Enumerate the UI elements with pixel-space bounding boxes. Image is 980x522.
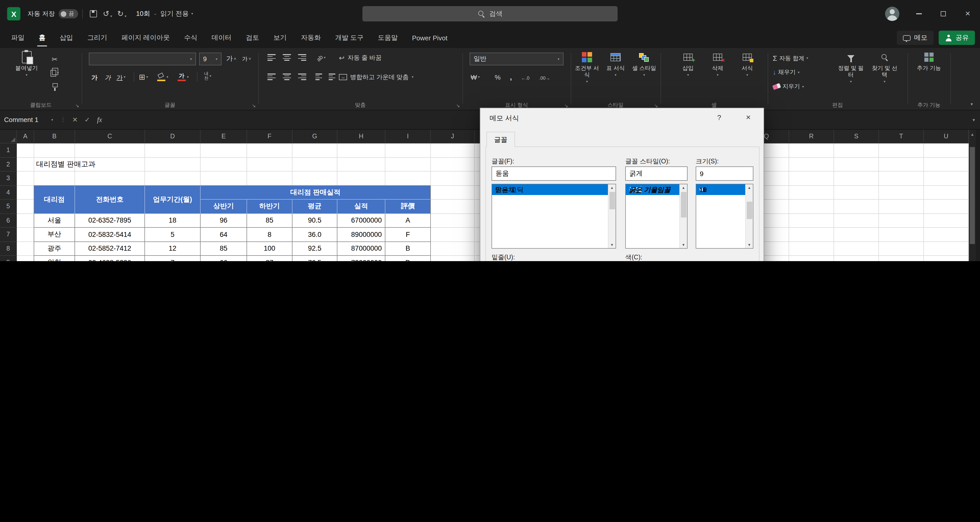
italic-button[interactable] [102,72,113,83]
table-subheader-3[interactable]: 실적 [337,200,385,214]
table-cell-r7-F[interactable]: 8 [247,228,293,242]
paste-button[interactable]: 붙여넣기 [12,51,41,77]
format-painter-button[interactable] [49,81,60,92]
scroll-down-icon[interactable]: ▼ [680,242,687,248]
minimize-button[interactable] [907,0,931,27]
name-box[interactable]: Comment 1 [0,110,57,129]
decrease-decimal-button[interactable] [539,72,550,83]
size-list-scrollbar[interactable]: ▲▼ [745,184,753,248]
delete-cells-button[interactable]: × 삭제 [704,51,731,77]
column-header-F[interactable]: F [247,130,293,143]
ribbon-tab-7[interactable]: 검토 [239,27,266,48]
scroll-up-icon[interactable]: ▲ [969,131,976,138]
autosave-toggle[interactable]: 끔 [59,9,78,18]
row-header-8[interactable]: 8 [0,242,17,256]
font-list[interactable]: 궁서궁서체나눔고딕돋움돋움체맑은 고딕 ▲▼ [492,184,616,248]
ribbon-tab-5[interactable]: 수식 [177,27,204,48]
underline-button[interactable] [115,72,127,83]
table-header-0[interactable]: 대리점 [34,186,75,214]
expand-formula-bar-icon[interactable] [973,117,975,122]
row-header-7[interactable]: 7 [0,228,17,242]
decrease-font-button[interactable]: 가˅ [241,53,252,64]
ribbon-tab-8[interactable]: 보기 [266,27,294,48]
number-format-combo[interactable]: 일반 [469,53,563,65]
font-scroll-thumb[interactable] [609,192,615,209]
font-dialog-launcher[interactable] [252,103,256,108]
column-header-S[interactable]: S [834,130,879,143]
comments-button[interactable]: 메모 [897,31,934,45]
row-header-9[interactable]: 9 [0,256,17,261]
table-cell-r6-D[interactable]: 18 [145,214,200,228]
insert-cells-button[interactable]: + 삽입 [675,51,701,77]
ribbon-tab-9[interactable]: 자동화 [294,27,328,48]
percent-button[interactable] [492,72,503,83]
scroll-down-icon[interactable]: ▼ [608,242,616,248]
table-cell-r7-B[interactable]: 부산 [34,228,75,242]
table-cell-r8-I[interactable]: B [385,242,431,256]
orientation-button[interactable] [315,52,327,63]
table-cell-r7-C[interactable]: 02-5832-5414 [75,228,145,242]
table-cell-r8-H[interactable]: 87000000 [337,242,385,256]
increase-indent-icon[interactable] [329,73,335,80]
table-cell-r8-B[interactable]: 광주 [34,242,75,256]
fill-button[interactable]: 채우기 [773,68,800,76]
tab-font[interactable]: 글꼴 [487,132,515,147]
column-header-R[interactable]: R [789,130,834,143]
table-cell-r8-C[interactable]: 02-5852-7412 [75,242,145,256]
style-list-scrollbar[interactable]: ▲▼ [679,184,687,248]
font-name-combo[interactable] [89,53,196,65]
align-middle-icon[interactable] [283,54,291,61]
insert-function-button[interactable]: fx [94,114,106,126]
close-button[interactable]: × [956,0,980,27]
redo-button[interactable] [117,9,126,18]
row-header-2[interactable]: 2 [0,158,17,172]
copy-button[interactable] [49,67,60,79]
table-cell-r9-H[interactable]: 72000000 [337,256,385,261]
user-avatar[interactable] [885,6,899,21]
table-cell-r9-C[interactable]: 02-4698-5236 [75,256,145,261]
font-color-button[interactable] [178,72,189,83]
table-cell-r6-F[interactable]: 85 [247,214,293,228]
table-cell-r8-F[interactable]: 100 [247,242,293,256]
comma-style-button[interactable] [505,72,517,83]
table-cell-r8-E[interactable]: 85 [200,242,247,256]
table-cell-r9-G[interactable]: 76.5 [293,256,337,261]
find-select-button[interactable]: 찾기 및 선택 [870,51,899,84]
document-title[interactable]: 10회 [136,9,150,18]
table-cell-r6-C[interactable]: 02-6352-7895 [75,214,145,228]
addins-button[interactable]: 추가 기능 [916,51,942,72]
style-scroll-thumb[interactable] [681,192,686,218]
font-size-combo[interactable]: 9 [199,53,221,65]
row-header-4[interactable]: 4 [0,186,17,200]
ribbon-tab-0[interactable]: 파일 [4,27,32,48]
select-all-corner[interactable] [0,130,17,143]
dialog-help-button[interactable]: ? [709,108,729,127]
font-option-5[interactable]: 맑은 고딕 [492,184,608,195]
alignment-dialog-launcher[interactable] [456,103,460,108]
table-cell-r7-H[interactable]: 89000000 [337,228,385,242]
conditional-formatting-button[interactable]: 조건부 서식 [574,51,600,84]
search-box[interactable]: 검색 [363,6,617,21]
column-header-H[interactable]: H [337,130,385,143]
table-cell-r9-F[interactable]: 87 [247,256,293,261]
cancel-entry-button[interactable] [69,114,81,126]
scroll-up-icon[interactable]: ▲ [746,184,753,191]
bold-button[interactable] [89,72,100,83]
ribbon-tab-1[interactable]: 홈 [32,27,52,48]
save-button[interactable] [90,10,97,18]
table-subheader-1[interactable]: 하반기 [247,200,293,214]
scroll-up-icon[interactable]: ▲ [680,184,687,191]
name-box-splitter[interactable]: ⋮ [60,116,66,123]
enter-entry-button[interactable] [81,114,94,126]
table-subheader-0[interactable]: 상반기 [200,200,247,214]
excel-app-icon[interactable]: X [7,7,21,21]
scroll-down-icon[interactable]: ▼ [746,242,753,248]
table-cell-r9-D[interactable]: 7 [145,256,200,261]
increase-font-button[interactable]: 가˄ [226,53,237,64]
column-header-B[interactable]: B [34,130,75,143]
share-button[interactable]: 공유 [939,31,975,45]
font-style-list[interactable]: 보통기울임꼴굵게굵은 기울임꼴 ▲▼ [625,184,687,248]
dialog-close-button[interactable]: × [738,108,759,127]
column-header-A[interactable]: A [17,130,34,143]
column-header-I[interactable]: I [385,130,431,143]
